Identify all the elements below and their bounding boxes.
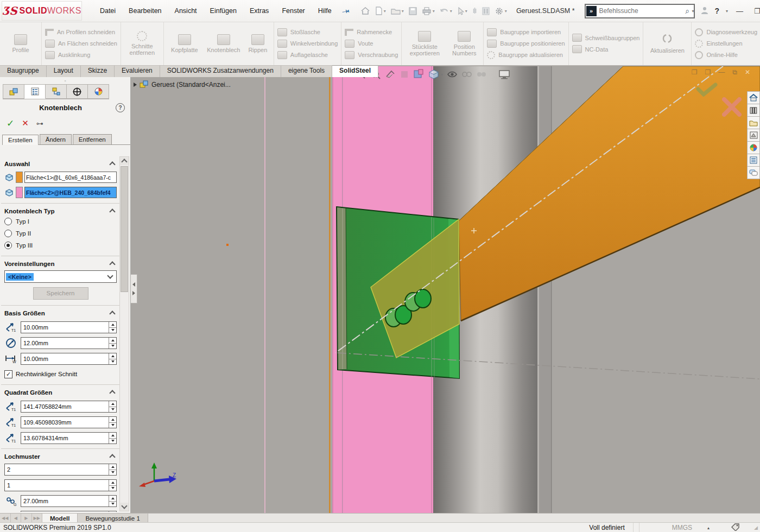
- tab-bewegungsstudie[interactable]: Bewegungsstudie 1: [78, 514, 148, 523]
- nc-data-button[interactable]: NC-Data: [572, 45, 640, 54]
- tab-solidsteel[interactable]: SolidSteel: [332, 65, 378, 77]
- menu-fenster[interactable]: Fenster: [276, 5, 311, 17]
- quadrat-size3-spinner[interactable]: 13.60784314mm: [21, 432, 117, 444]
- menu-bearbeiten[interactable]: Bearbeiten: [123, 5, 167, 17]
- sketch-line-pink[interactable]: [264, 66, 265, 513]
- units-caret-icon[interactable]: ▴: [707, 525, 710, 530]
- basis-diameter-spinner[interactable]: 12.00mm: [21, 337, 117, 349]
- pm-help-icon[interactable]: ?: [116, 103, 125, 112]
- aktualisieren-button[interactable]: Aktualisieren: [647, 33, 688, 54]
- hole-count1-spinner[interactable]: 2: [4, 464, 117, 476]
- doc-restore-icon[interactable]: ❐: [692, 68, 698, 76]
- scroll-down-button[interactable]: [120, 503, 129, 511]
- tab-evaluieren[interactable]: Evaluieren: [115, 65, 160, 77]
- command-search[interactable]: » ⌕ ▾: [585, 4, 695, 18]
- radio-typ-2[interactable]: Typ II: [4, 227, 117, 239]
- rechtwinkliger-schnitt-checkbox[interactable]: ✓ Rechtwinkliger Schnitt: [4, 368, 117, 380]
- confirm-cancel-icon[interactable]: [721, 96, 743, 118]
- scroll-thumb[interactable]: [121, 166, 128, 292]
- schweissbaugruppen-button[interactable]: Schweißbaugruppen: [572, 33, 640, 42]
- sketch-line-orange[interactable]: [329, 66, 331, 513]
- collapse-icon[interactable]: [109, 261, 115, 267]
- hide-show-items-icon[interactable]: [461, 70, 472, 79]
- spin-up-icon[interactable]: [109, 464, 116, 470]
- hole-spacing2-spinner[interactable]: 30.00mm: [21, 511, 117, 512]
- tab-aendern[interactable]: Ändern: [40, 134, 72, 144]
- tag-icon[interactable]: [731, 523, 740, 532]
- tab-nav-prev-icon[interactable]: ◀: [11, 514, 22, 523]
- spin-down-icon[interactable]: [109, 407, 116, 413]
- einstellungen-button[interactable]: Einstellungen: [695, 39, 757, 48]
- hole-spacing1-spinner[interactable]: 27.00mm: [21, 495, 117, 507]
- pm-scrollbar[interactable]: [119, 156, 129, 511]
- tab-entfernen[interactable]: Entfernen: [73, 134, 112, 144]
- pin-menu-icon[interactable]: 📌︎: [340, 5, 352, 17]
- minimize-button[interactable]: —: [733, 6, 746, 16]
- options-button[interactable]: ▾: [493, 5, 509, 17]
- rotate-view-icon[interactable]: [400, 69, 409, 79]
- menu-extras[interactable]: Extras: [244, 5, 275, 17]
- selection1-field[interactable]: Fläche<1>@L_60x6_4186aaa7-c: [24, 172, 117, 183]
- knotenblech-button[interactable]: Knotenblech: [206, 34, 241, 53]
- search-input[interactable]: [597, 7, 686, 15]
- custom-properties-button[interactable]: [747, 154, 760, 167]
- rahmenecke-button[interactable]: Rahmenecke: [345, 28, 398, 37]
- menu-datei[interactable]: Datei: [94, 5, 122, 17]
- spin-down-icon[interactable]: [109, 423, 116, 428]
- print-button[interactable]: ▾: [420, 5, 436, 16]
- quadrat-size2-spinner[interactable]: 109.45098039mm: [21, 416, 117, 428]
- tab-modell[interactable]: Modell: [42, 514, 78, 523]
- basis-thickness-spinner[interactable]: 10.00mm: [21, 321, 117, 333]
- spin-up-icon[interactable]: [109, 353, 116, 359]
- an-profilen-schneiden-button[interactable]: An Profilen schneiden: [45, 28, 117, 37]
- section-view-icon[interactable]: [385, 69, 396, 80]
- breadcrumb[interactable]: Geruest (Standard<Anzei...: [134, 80, 231, 88]
- stueckliste-exportieren-button[interactable]: Stückliste exportieren: [405, 31, 444, 56]
- spin-down-icon[interactable]: [109, 359, 116, 365]
- spin-up-icon[interactable]: [109, 480, 116, 486]
- dimxpert-manager-tab[interactable]: [67, 84, 88, 99]
- collapse-icon[interactable]: [109, 311, 115, 316]
- voute-button[interactable]: Voute: [345, 39, 398, 48]
- design-library-button[interactable]: [747, 104, 760, 117]
- help-icon[interactable]: ?: [714, 7, 719, 15]
- view-orientation-icon[interactable]: ▾: [428, 69, 443, 80]
- doc-maximize-icon[interactable]: ⧉: [732, 68, 737, 76]
- spin-up-icon[interactable]: [109, 496, 116, 502]
- configuration-manager-tab[interactable]: [46, 84, 67, 99]
- panel-grip[interactable]: ◦: [0, 77, 130, 84]
- search-caret-icon[interactable]: ▾: [692, 9, 694, 14]
- collapse-icon[interactable]: [109, 390, 115, 396]
- property-manager-tab[interactable]: [24, 84, 46, 99]
- search-icon[interactable]: ⌕: [686, 7, 690, 16]
- undo-button[interactable]: ▾: [438, 6, 454, 16]
- menu-einfuegen[interactable]: Einfügen: [204, 5, 243, 17]
- radio-typ-3[interactable]: Typ III: [4, 239, 117, 251]
- cancel-button[interactable]: ✕: [22, 118, 29, 128]
- maximize-button[interactable]: ❐: [751, 6, 760, 16]
- display-style-icon[interactable]: [447, 70, 458, 79]
- home-button[interactable]: [359, 5, 372, 16]
- menu-hilfe[interactable]: Hilfe: [312, 5, 338, 17]
- quadrat-size1-spinner[interactable]: 141.47058824mm: [21, 401, 117, 413]
- tab-nav-last-icon[interactable]: ▶▶: [32, 514, 43, 523]
- baugruppe-importieren-button[interactable]: Baugruppe importieren: [487, 28, 565, 37]
- tab-zusatzanwendungen[interactable]: SOLIDWORKS Zusatzanwendungen: [160, 65, 281, 77]
- tab-skizze[interactable]: Skizze: [81, 65, 115, 77]
- resources-home-button[interactable]: [747, 91, 760, 104]
- kopfplatte-button[interactable]: Kopfplatte: [167, 34, 202, 53]
- scroll-up-button[interactable]: [120, 157, 129, 165]
- panel-splitter-handle[interactable]: [130, 274, 137, 303]
- feature-tree-flyout-icon[interactable]: [134, 83, 137, 87]
- view-settings-icon[interactable]: [476, 70, 487, 79]
- collapse-icon[interactable]: [109, 454, 115, 460]
- spin-down-icon[interactable]: [109, 470, 116, 476]
- menu-ansicht[interactable]: Ansicht: [169, 5, 203, 17]
- tab-nav-next-icon[interactable]: ▶: [21, 514, 32, 523]
- position-numbers-button[interactable]: Position Numbers: [448, 31, 480, 56]
- diagnosewerkzeug-button[interactable]: Diagnosewerkzeug: [695, 28, 757, 37]
- radio-typ-1[interactable]: Typ I: [4, 216, 117, 227]
- doc-close-icon[interactable]: ✕: [745, 68, 750, 76]
- units-selector[interactable]: MMGS: [642, 524, 707, 531]
- tab-erstellen[interactable]: Erstellen: [2, 135, 39, 145]
